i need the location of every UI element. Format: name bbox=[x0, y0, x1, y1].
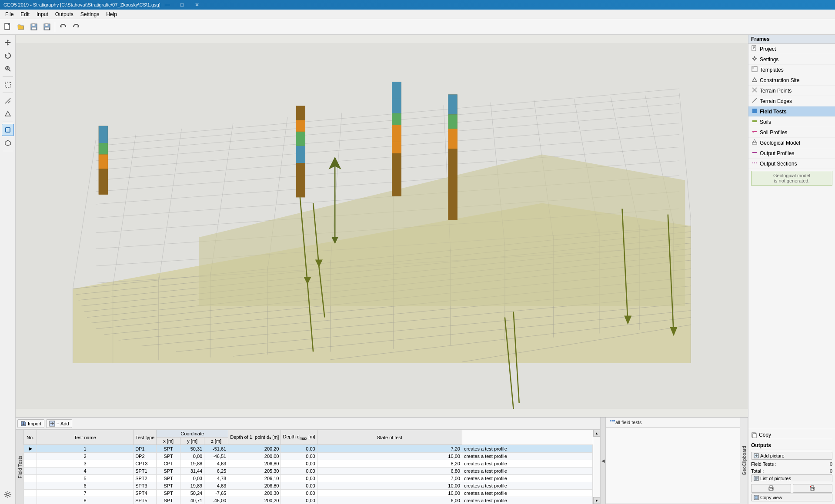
save-button[interactable] bbox=[28, 21, 40, 33]
svg-rect-85 bbox=[99, 169, 108, 194]
row-z: 205,30 bbox=[228, 468, 281, 475]
print-button[interactable] bbox=[751, 484, 791, 493]
3d-viewport[interactable] bbox=[16, 35, 748, 417]
app-title: GEO5 2019 - Stratigraphy [C:\Stahovat\St… bbox=[3, 2, 160, 7]
measure-tool[interactable] bbox=[2, 108, 14, 120]
table-scrollbar[interactable]: ▲ ▼ bbox=[593, 430, 600, 504]
frame-templates-label: Templates bbox=[760, 67, 784, 73]
minimize-button[interactable]: — bbox=[160, 0, 174, 10]
scroll-down-button[interactable]: ▼ bbox=[593, 497, 600, 504]
menu-outputs[interactable]: Outputs bbox=[52, 10, 77, 18]
frame-field-tests-label: Field Tests bbox=[760, 109, 787, 115]
outputs-header: Outputs bbox=[751, 441, 832, 450]
row-d1: 0,00 bbox=[281, 445, 317, 453]
frame-field-tests[interactable]: Field Tests bbox=[748, 106, 835, 117]
scroll-track[interactable] bbox=[593, 437, 600, 497]
table-row[interactable]: 2DP2SPT0,00-46,51200,000,0010,00creates … bbox=[24, 453, 593, 460]
zoom-tool[interactable] bbox=[2, 63, 14, 75]
bottom-panel: Import + Add Field Tests No. bbox=[16, 417, 748, 504]
table-row[interactable]: 8SPT5SPT40,71-46,00200,200,006,00creates… bbox=[24, 497, 593, 504]
frame-output-profiles-label: Output Profiles bbox=[760, 150, 794, 156]
svg-marker-20 bbox=[5, 140, 10, 146]
menu-edit[interactable]: Edit bbox=[17, 10, 33, 18]
undo-button[interactable] bbox=[57, 21, 69, 33]
row-state: creates a test profile bbox=[462, 497, 592, 504]
frame-output-profiles[interactable]: Output Profiles bbox=[748, 148, 835, 159]
row-dmax: 10,00 bbox=[317, 490, 462, 497]
frame-soils[interactable]: Soils bbox=[748, 117, 835, 127]
row-dmax: 7,00 bbox=[317, 475, 462, 482]
menu-input[interactable]: Input bbox=[33, 10, 52, 18]
frame-project-label: Project bbox=[760, 46, 776, 52]
svg-rect-87 bbox=[296, 106, 305, 120]
table-row[interactable]: ▶1DP1SPT50,31-51,61200,200,007,20creates… bbox=[24, 445, 593, 453]
svg-point-140 bbox=[752, 131, 754, 133]
bottom-toolbar: Import + Add bbox=[16, 418, 600, 430]
row-no: 3 bbox=[37, 460, 134, 468]
svg-rect-124 bbox=[610, 420, 611, 421]
maximize-button[interactable]: □ bbox=[175, 0, 189, 10]
geological-model-icon bbox=[751, 139, 758, 146]
move-tool[interactable] bbox=[2, 36, 14, 49]
add-picture-button[interactable]: Add picture bbox=[751, 452, 832, 460]
toolbar bbox=[0, 19, 835, 35]
table-row[interactable]: 3CPT3CPT19,884,63206,800,008,20creates a… bbox=[24, 460, 593, 468]
save-options-button[interactable] bbox=[41, 21, 53, 33]
soils-icon bbox=[751, 118, 758, 126]
row-y: -46,51 bbox=[204, 453, 228, 460]
print-copy-buttons bbox=[751, 484, 832, 494]
row-d1: 0,00 bbox=[281, 482, 317, 490]
row-y: 6,25 bbox=[204, 468, 228, 475]
frame-terrain-edges-label: Terrain Edges bbox=[760, 98, 792, 104]
view-alt-tool[interactable] bbox=[2, 137, 14, 149]
frame-terrain-edges[interactable]: Terrain Edges bbox=[748, 96, 835, 106]
rotate-tool[interactable] bbox=[2, 50, 14, 62]
collapse-button[interactable]: ◀ bbox=[600, 418, 605, 504]
left-tool-sep-2 bbox=[3, 93, 13, 93]
copy-view-button[interactable]: Copy view bbox=[751, 494, 832, 501]
frame-geological-model[interactable]: Geological Model bbox=[748, 138, 835, 148]
table-row[interactable]: 5SPT2SPT-0,034,78206,100,007,00creates a… bbox=[24, 475, 593, 482]
frame-templates[interactable]: Templates bbox=[748, 65, 835, 75]
all-field-tests-button[interactable]: all field tests bbox=[615, 420, 642, 425]
col-depth-max: Depth dmax [m] bbox=[281, 430, 317, 445]
right-panel-spacer bbox=[748, 187, 835, 429]
menu-bar: File Edit Input Outputs Settings Help bbox=[0, 10, 835, 19]
frame-output-sections[interactable]: Output Sections bbox=[748, 159, 835, 169]
new-button[interactable] bbox=[2, 21, 14, 33]
frame-project[interactable]: Project bbox=[748, 44, 835, 54]
table-row[interactable]: 7SPT4SPT50,24-7,65200,300,0010,00creates… bbox=[24, 490, 593, 497]
frame-settings[interactable]: Settings bbox=[748, 54, 835, 65]
copy-label[interactable]: Copy bbox=[759, 432, 771, 438]
row-arrow-cell bbox=[24, 453, 37, 460]
redo-button[interactable] bbox=[70, 21, 82, 33]
import-button[interactable]: Import bbox=[17, 419, 44, 428]
frame-soil-profiles[interactable]: Soil Profiles bbox=[748, 127, 835, 138]
add-button[interactable]: + Add bbox=[46, 419, 72, 428]
menu-settings[interactable]: Settings bbox=[77, 10, 103, 18]
menu-help[interactable]: Help bbox=[103, 10, 120, 18]
view-3d-tool[interactable] bbox=[2, 124, 14, 136]
select-region-tool[interactable] bbox=[2, 79, 14, 91]
table-row[interactable]: 4SPT1SPT31,446,25205,300,006,80creates a… bbox=[24, 468, 593, 475]
scroll-up-button[interactable]: ▲ bbox=[593, 430, 600, 437]
table-row[interactable]: 6SPT3SPT19,894,63206,800,0010,00creates … bbox=[24, 482, 593, 490]
list-pictures-button[interactable]: List of pictures bbox=[751, 474, 832, 482]
svg-marker-10 bbox=[5, 54, 7, 56]
close-button[interactable]: ✕ bbox=[190, 0, 204, 10]
open-button[interactable] bbox=[15, 21, 27, 33]
settings-tool[interactable] bbox=[2, 488, 14, 501]
menu-file[interactable]: File bbox=[2, 10, 17, 18]
row-test-type: SPT bbox=[157, 468, 180, 475]
geo-clipboard-label[interactable]: GeoClipboard bbox=[740, 418, 748, 504]
print-icon bbox=[768, 485, 774, 491]
field-test-preview bbox=[606, 428, 740, 504]
frame-terrain-points[interactable]: Terrain Points bbox=[748, 86, 835, 96]
print2-button[interactable] bbox=[793, 484, 833, 493]
add-node-tool[interactable] bbox=[2, 95, 14, 107]
svg-rect-130 bbox=[753, 48, 754, 49]
row-x: 31,44 bbox=[180, 468, 204, 475]
row-test-type: SPT bbox=[157, 490, 180, 497]
data-table[interactable]: No. Test name Test type Coordinate Depth… bbox=[23, 430, 593, 504]
frame-construction-site[interactable]: Construction Site bbox=[748, 75, 835, 86]
